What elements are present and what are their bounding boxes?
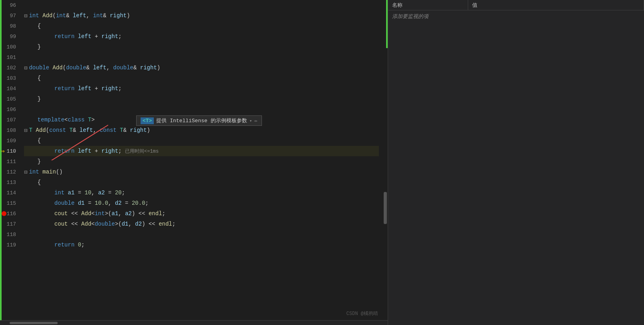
line-113: 113 <box>0 177 20 188</box>
code-line-106[interactable] <box>24 104 379 115</box>
line-102: 102 <box>0 63 20 73</box>
code-line-113[interactable]: { <box>24 177 379 188</box>
line-99: 99 <box>0 31 20 42</box>
scrollbar-green-highlight <box>386 0 388 48</box>
code-line-115[interactable]: double d1 = 10.0, d2 = 20.0; <box>24 198 379 208</box>
line-104: 104 <box>0 83 20 94</box>
line-105: 105 <box>0 94 20 104</box>
code-line-108[interactable]: ⊟T Add(const T& left, const T& right) <box>24 125 379 135</box>
code-line-114[interactable]: int a1 = 10, a2 = 20; <box>24 188 379 198</box>
watch-add-item[interactable]: 添加要监视的项 <box>388 10 644 22</box>
code-line-112[interactable]: ⊟int main() <box>24 167 379 177</box>
code-line-99[interactable]: return left + right; <box>24 31 379 42</box>
line-114: 114 <box>0 188 20 198</box>
code-line-104[interactable]: return left + right; <box>24 83 379 94</box>
code-line-110[interactable]: return left + right; 已用时间<=1ms <box>24 146 379 156</box>
code-line-107[interactable]: template<class T> <T> 提供 IntelliSense 的示… <box>24 115 379 125</box>
watch-panel: 名称 值 添加要监视的项 <box>388 0 644 325</box>
tooltip-text: 提供 IntelliSense 的示例模板参数 <box>156 117 247 124</box>
code-line-118[interactable] <box>24 229 379 240</box>
line-116: 116 <box>0 208 20 219</box>
code-line-117[interactable]: cout << Add<double>(d1, d2) << endl; <box>24 219 379 229</box>
code-line-109[interactable]: ➡ { <box>24 135 379 146</box>
line-103: 103 <box>0 73 20 83</box>
line-gutter: 96 97 98 99 100 101 102 103 104 105 106 … <box>0 0 20 320</box>
line-97: 97 <box>0 10 20 21</box>
line-107: 107 <box>0 115 20 125</box>
line-119: 119 <box>0 240 20 250</box>
tooltip-edit-icon[interactable]: ✏ <box>254 117 258 124</box>
code-line-119[interactable]: return 0; <box>24 240 379 250</box>
code-line-100[interactable]: } <box>24 42 379 52</box>
code-lines[interactable]: ⊟int Add(int& left, int& right) { return… <box>20 0 383 320</box>
watch-col-name: 名称 <box>388 0 468 10</box>
line-115: 115 <box>0 198 20 208</box>
line-118: 118 <box>0 229 20 240</box>
code-line-103[interactable]: { <box>24 73 379 83</box>
line-98: 98 <box>0 21 20 31</box>
vertical-scrollbar[interactable] <box>383 0 388 320</box>
code-line-105[interactable]: } <box>24 94 379 104</box>
scrollbar-thumb[interactable] <box>384 192 387 224</box>
watch-header: 名称 值 <box>388 0 644 10</box>
intellisense-tooltip[interactable]: <T> 提供 IntelliSense 的示例模板参数 ▾ ✏ <box>136 115 262 126</box>
code-line-96[interactable] <box>24 0 379 10</box>
code-line-116[interactable]: cout << Add<int>(a1, a2) << endl; <box>24 208 379 219</box>
tooltip-T-badge: <T> <box>141 117 154 124</box>
code-line-111[interactable]: } <box>24 156 379 167</box>
code-container: 96 97 98 99 100 101 102 103 104 105 106 … <box>0 0 388 320</box>
watermark: CSDN @橘鸦晴 <box>346 310 378 317</box>
code-line-97[interactable]: ⊟int Add(int& left, int& right) <box>24 10 379 21</box>
time-label: 已用时间<=1ms <box>125 148 159 155</box>
editor-area: 96 97 98 99 100 101 102 103 104 105 106 … <box>0 0 388 325</box>
line-112: 112 <box>0 167 20 177</box>
line-117: 117 <box>0 219 20 229</box>
horizontal-scrollbar[interactable] <box>0 320 388 325</box>
breakpoint-116[interactable] <box>2 211 6 216</box>
line-109: 109 <box>0 135 20 146</box>
code-line-102[interactable]: ⊟double Add(double& left, double& right) <box>24 63 379 73</box>
code-line-101[interactable] <box>24 52 379 63</box>
line-100: 100 <box>0 42 20 52</box>
line-106: 106 <box>0 104 20 115</box>
line-96: 96 <box>0 0 20 10</box>
tooltip-dropdown-arrow[interactable]: ▾ <box>250 118 252 123</box>
line-108: 108 <box>0 125 20 135</box>
watch-col-value: 值 <box>468 0 644 10</box>
code-line-98[interactable]: { <box>24 21 379 31</box>
line-101: 101 <box>0 52 20 63</box>
h-scrollbar-thumb[interactable] <box>10 322 58 324</box>
line-110: ⇒ 110 <box>0 146 20 156</box>
line-111: 111 <box>0 156 20 167</box>
